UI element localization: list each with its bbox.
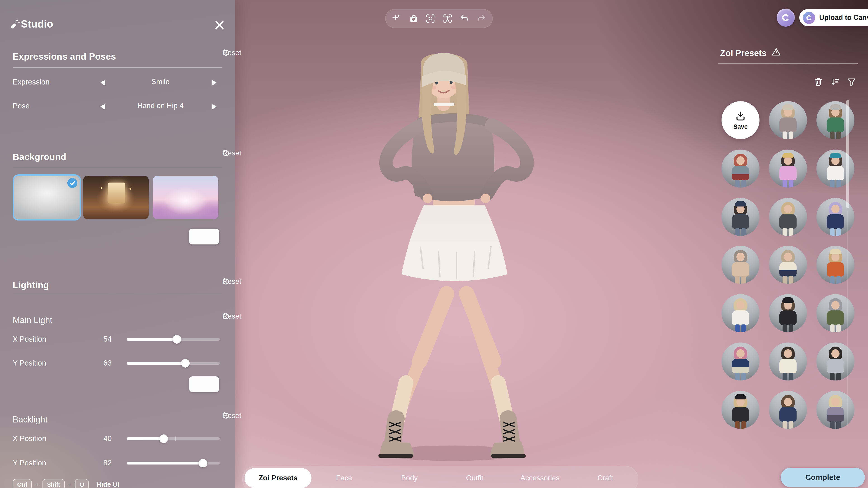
preset-figure: [721, 150, 760, 188]
preset-avatar[interactable]: [816, 343, 855, 381]
preset-avatar[interactable]: [721, 343, 760, 381]
preset-avatar[interactable]: [721, 198, 760, 236]
canvas-app-button[interactable]: [777, 8, 795, 27]
tab-face[interactable]: Face: [311, 466, 377, 488]
preset-avatar[interactable]: [721, 391, 760, 429]
preset-avatar[interactable]: [721, 294, 760, 332]
prev-arrow-icon[interactable]: [100, 79, 105, 86]
next-arrow-icon[interactable]: [212, 103, 217, 110]
preset-avatar[interactable]: [721, 246, 760, 284]
slider-value: 40: [86, 434, 112, 443]
zoi-presets-header: Zoi Presets: [720, 47, 781, 59]
divider: [13, 168, 222, 168]
hide-ui-label: Hide UI: [97, 481, 119, 488]
warning-icon: [772, 47, 781, 59]
save-preset-button[interactable]: Save: [721, 101, 760, 139]
preset-avatar[interactable]: [769, 391, 807, 429]
slider-label: X Position: [13, 335, 46, 344]
main-light-title: Main Light: [13, 315, 52, 325]
tab-outfit[interactable]: Outfit: [442, 466, 507, 488]
selected-check-icon: [67, 178, 77, 188]
slider-track[interactable]: [127, 462, 220, 464]
preset-figure: [721, 294, 760, 332]
preset-avatar[interactable]: [816, 294, 855, 332]
sparkles-icon[interactable]: [391, 13, 403, 24]
preset-figure: [721, 343, 760, 381]
preset-avatar[interactable]: [769, 101, 807, 139]
background-thumb-room[interactable]: [83, 176, 149, 219]
pose-scan-icon[interactable]: [441, 13, 453, 24]
download-icon: [735, 110, 746, 122]
prev-arrow-icon[interactable]: [100, 103, 105, 110]
slider-track[interactable]: [127, 437, 220, 440]
viewport-toolbar: [385, 9, 493, 28]
preset-figure: [769, 391, 807, 429]
preset-figure: [721, 391, 760, 429]
preset-avatar[interactable]: [816, 391, 855, 429]
undo-icon[interactable]: [458, 13, 470, 24]
preset-avatar[interactable]: [769, 150, 807, 188]
slider-fill: [127, 437, 164, 440]
preset-avatar[interactable]: [816, 246, 855, 284]
upload-to-canvas-button[interactable]: Upload to Canvas: [799, 9, 868, 26]
preset-figure: [816, 391, 855, 429]
close-icon[interactable]: [213, 18, 226, 32]
slider-track[interactable]: [127, 338, 220, 341]
slider-value: 63: [86, 359, 112, 367]
tab-accessories[interactable]: Accessories: [507, 466, 572, 488]
background-thumb-studio[interactable]: [14, 176, 80, 219]
redo-icon[interactable]: [475, 13, 487, 24]
slider-knob[interactable]: [173, 335, 181, 344]
next-arrow-icon[interactable]: [212, 79, 217, 86]
preset-figure: [816, 246, 855, 284]
hide-ui-shortcut: Ctrl + Shift + U Hide UI: [13, 477, 203, 488]
background-thumb-sky[interactable]: [153, 176, 218, 219]
preset-scrollbar[interactable]: [846, 100, 849, 208]
main-light-color-swatch[interactable]: [189, 377, 219, 392]
preset-avatar[interactable]: [769, 343, 807, 381]
room-window: [108, 183, 125, 203]
save-label: Save: [733, 123, 747, 130]
slider-track[interactable]: [127, 362, 220, 365]
studio-panel: Studio Expressions and Poses Reset Expre…: [0, 0, 235, 488]
preset-avatar[interactable]: [769, 294, 807, 332]
studio-screen: Upload to Canvas Studio Expressions and …: [0, 0, 868, 488]
panel-title: Studio: [21, 18, 53, 30]
divider: [718, 63, 858, 64]
preset-avatar[interactable]: [769, 198, 807, 236]
character-figure: [366, 43, 547, 468]
slider-knob[interactable]: [199, 459, 207, 467]
slider-knob[interactable]: [160, 434, 168, 443]
backlight-y-position: Y Position82: [0, 456, 235, 470]
divider: [13, 294, 222, 294]
background-section-title: Background: [13, 152, 66, 162]
tab-zoi-presets[interactable]: Zoi Presets: [245, 468, 311, 488]
key-shift: Shift: [42, 479, 65, 488]
selector-row-pose: PoseHand on Hip 4: [0, 100, 235, 113]
preset-scrolltrack: [847, 210, 848, 427]
panel-header: Studio: [16, 16, 223, 32]
selector-value: Hand on Hip 4: [113, 102, 208, 110]
camera-icon[interactable]: [408, 13, 420, 24]
zoi-presets-title: Zoi Presets: [720, 48, 767, 58]
slider-knob[interactable]: [181, 359, 190, 367]
face-scan-icon[interactable]: [425, 13, 436, 24]
divider: [13, 67, 222, 68]
delete-icon[interactable]: [813, 76, 824, 87]
tab-body[interactable]: Body: [377, 466, 442, 488]
backlight-title: Backlight: [13, 415, 48, 425]
upload-to-canvas-label: Upload to Canvas: [819, 13, 868, 22]
tab-craft[interactable]: Craft: [572, 466, 638, 488]
slider-value: 54: [86, 335, 112, 344]
preset-avatar[interactable]: [721, 150, 760, 188]
sort-icon[interactable]: [830, 76, 840, 87]
selector-row-expression: ExpressionSmile: [0, 76, 235, 90]
preset-avatar[interactable]: [769, 246, 807, 284]
canvas-logo-icon: [803, 11, 815, 24]
key-ctrl: Ctrl: [13, 479, 32, 488]
background-color-swatch[interactable]: [189, 229, 219, 245]
filter-icon[interactable]: [846, 76, 857, 87]
selector-label: Pose: [13, 102, 30, 110]
slider-value: 82: [86, 459, 112, 467]
complete-button[interactable]: Complete: [781, 468, 865, 487]
